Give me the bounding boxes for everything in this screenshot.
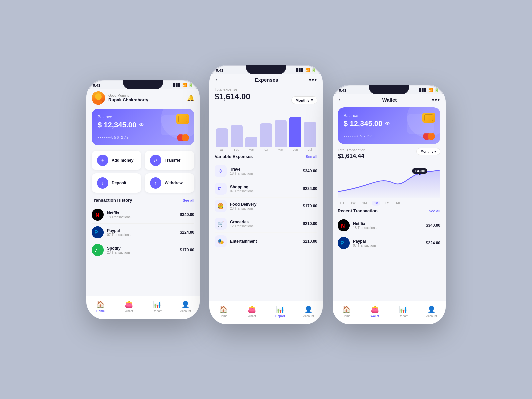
transfer-label: Transfer — [165, 158, 180, 163]
withdraw-button[interactable]: ↑ Withdraw — [145, 173, 194, 193]
exp-name-3: Groceries — [230, 220, 300, 224]
bell-icon[interactable]: 🔔 — [187, 94, 194, 102]
variable-section-header: Variable Expenses See all — [215, 154, 317, 159]
wallet-icon-c: 👛 — [248, 305, 256, 313]
txn-netflix-amount-r: $340.00 — [426, 223, 440, 228]
card-chip-right — [422, 113, 435, 123]
time-right: 9:41 — [339, 88, 346, 92]
bar-may[interactable] — [275, 120, 287, 147]
svg-text:N: N — [341, 223, 345, 229]
add-money-button[interactable]: ＋ Add money — [92, 151, 141, 170]
card-label-left: Balance — [98, 115, 188, 119]
signal-icon: ▋▋▋ — [173, 83, 181, 87]
nav-account-right[interactable]: 👤 Account — [417, 305, 446, 318]
netflix-logo: N — [92, 209, 104, 221]
card-balance-left: $ 12,345.00 👁 — [98, 121, 188, 129]
paypal-logo: P — [92, 226, 104, 238]
expense-item-3: 🛒Groceries12 Transactions$210.00 — [215, 215, 317, 233]
nav-wallet-right[interactable]: 👛 Wallet — [361, 305, 389, 318]
bar-apr[interactable] — [260, 123, 272, 147]
deposit-button[interactable]: ↓ Deposit — [92, 173, 141, 193]
bar-mar[interactable] — [245, 137, 257, 147]
bar-jan[interactable] — [216, 128, 228, 147]
exp-icon-3: 🛒 — [215, 218, 227, 230]
svg-text:P: P — [94, 230, 98, 235]
recent-see-all[interactable]: See all — [429, 209, 440, 213]
exp-count-0: 18 Transactions — [230, 172, 300, 175]
exp-name-0: Travel — [230, 167, 300, 172]
exp-info-3: Groceries12 Transactions — [230, 220, 300, 228]
time-filter-1m[interactable]: 1M — [360, 201, 369, 206]
time-left: 9:41 — [93, 83, 100, 87]
deposit-icon: ↓ — [97, 177, 108, 189]
time-filters: 1D1W1M3M1YAll — [338, 201, 440, 206]
time-filter-1d[interactable]: 1D — [338, 201, 346, 206]
bar-col-jun: Jun — [289, 108, 301, 151]
bar-jun[interactable] — [289, 117, 301, 147]
price-tooltip: $ 3,200 — [412, 168, 427, 174]
wallet-icon: 👛 — [125, 300, 133, 308]
home-icon: 🏠 — [96, 300, 105, 308]
nav-account-left[interactable]: 👤 Account — [171, 300, 200, 313]
nav-account-label-c: Account — [303, 314, 314, 318]
bar-jul[interactable] — [304, 122, 316, 147]
wallet-filter[interactable]: Monthly ▾ — [416, 148, 440, 155]
total-label-center: Total expense — [215, 87, 250, 91]
recent-section-header: Recent Transaction See all — [338, 208, 440, 213]
nav-home-center[interactable]: 🏠 Home — [209, 305, 238, 318]
spotify-logo: ♪ — [92, 244, 104, 256]
nav-report-center[interactable]: 📊 Report — [266, 305, 294, 318]
nav-wallet-label: Wallet — [125, 309, 133, 313]
nav-home-left[interactable]: 🏠 Home — [86, 300, 115, 313]
bar-col-may: May — [275, 108, 287, 151]
exp-count-1: 07 Transactions — [230, 189, 300, 193]
bar-col-jul: Jul — [304, 108, 316, 151]
bar-label-jan: Jan — [220, 148, 225, 151]
mastercard-left — [177, 134, 189, 141]
time-filter-1w[interactable]: 1W — [349, 201, 358, 206]
battery-icon-r: 🔋 — [434, 88, 439, 92]
bar-col-mar: Mar — [245, 108, 257, 151]
bar-label-mar: Mar — [249, 148, 254, 151]
variable-see-all[interactable]: See all — [306, 155, 317, 159]
bar-feb[interactable] — [231, 125, 243, 147]
home-screen: Good Morning! Rupak Chakraborty 🔔 Balanc… — [86, 89, 200, 298]
nav-account-center[interactable]: 👤 Account — [294, 305, 323, 318]
time-filter-all[interactable]: All — [394, 201, 402, 206]
exp-info-2: Food Delivery23 Transactions — [230, 202, 300, 210]
exp-name-1: Shopping — [230, 185, 300, 189]
exp-name-4: Entertainment — [230, 239, 300, 244]
nav-wallet-left[interactable]: 👛 Wallet — [115, 300, 143, 313]
back-button-right[interactable]: ← — [338, 96, 347, 103]
txn-paypal-info-r: Paypal 07 Transactions — [353, 239, 423, 247]
nav-report-left[interactable]: 📊 Report — [143, 300, 171, 313]
home-icon-r: 🏠 — [342, 305, 351, 313]
expense-header-row: Total expense $1,614.00 Monthly ▾ — [215, 87, 317, 104]
monthly-filter-center[interactable]: Monthly ▾ — [291, 96, 317, 104]
eye-icon-right[interactable]: 👁 — [385, 121, 390, 126]
nav-home-right[interactable]: 🏠 Home — [332, 305, 361, 318]
nav-wallet-center[interactable]: 👛 Wallet — [238, 305, 266, 318]
add-money-label: Add money — [112, 158, 133, 163]
txn-paypal-amount-r: $224.00 — [426, 241, 440, 245]
signal-icon-r: ▋▋▋ — [419, 88, 427, 92]
more-button-center[interactable]: ••• — [309, 76, 317, 83]
home-header: Good Morning! Rupak Chakraborty 🔔 — [92, 89, 194, 109]
time-filter-1y[interactable]: 1Y — [383, 201, 391, 206]
nav-report-right[interactable]: 📊 Report — [389, 305, 417, 318]
deposit-label: Deposit — [112, 181, 126, 185]
txn-netflix-info: Netflix 18 Transactions — [107, 211, 177, 219]
time-filter-3m[interactable]: 3M — [372, 201, 380, 206]
transfer-icon: ⇄ — [150, 155, 161, 166]
eye-icon-left[interactable]: 👁 — [139, 122, 144, 128]
back-button-center[interactable]: ← — [215, 76, 224, 83]
phone-right: 9:41 ▋▋▋ 📶 🔋 ← Wallet ••• Balance $ 12,3… — [332, 85, 446, 324]
exp-icon-4: 🎭 — [215, 235, 227, 247]
status-icons-center: ▋▋▋ 📶 🔋 — [296, 68, 316, 72]
transfer-button[interactable]: ⇄ Transfer — [145, 151, 194, 170]
nav-report-label: Report — [153, 309, 162, 313]
txn-netflix-amount: $340.00 — [180, 212, 194, 217]
txn-see-all[interactable]: See all — [183, 199, 194, 202]
more-button-right[interactable]: ••• — [432, 96, 440, 103]
exp-count-3: 12 Transactions — [230, 224, 300, 228]
